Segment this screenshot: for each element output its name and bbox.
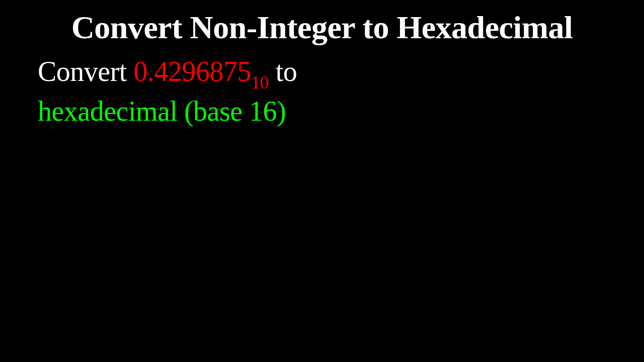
source-base-subscript: 10 [251,72,269,93]
slide-title: Convert Non-Integer to Hexadecimal [0,9,644,46]
source-number: 0.4296875 [133,56,251,87]
convert-label: Convert [38,56,133,87]
slide-body: Convert 0.429687510 to hexadecimal (base… [0,46,644,130]
to-label: to [269,56,297,87]
target-base: hexadecimal (base 16) [38,96,286,127]
slide-container: Convert Non-Integer to Hexadecimal Conve… [0,0,644,362]
